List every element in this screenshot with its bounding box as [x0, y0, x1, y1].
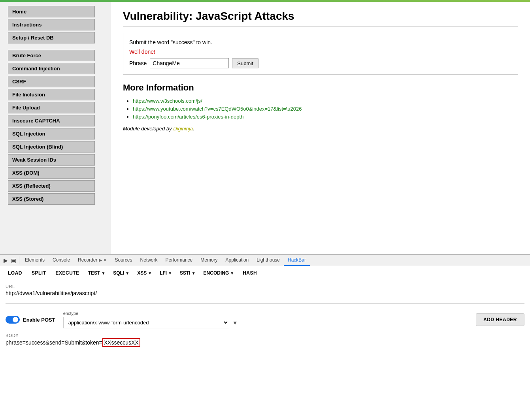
devtools-panel: ▶ ▣ ElementsConsoleRecorder ▶ ✕SourcesNe…	[0, 254, 530, 420]
hackbar-test-arrow: ▼	[101, 271, 105, 275]
hackbar-sqli[interactable]: SQLI▼	[110, 269, 132, 277]
enable-post-toggle[interactable]	[6, 316, 20, 324]
digininja-link[interactable]: Digininja	[173, 126, 193, 132]
module-credit: Module developed by Digininja.	[123, 126, 518, 132]
info-link[interactable]: https://www.youtube.com/watch?v=cs7EQdWO…	[133, 106, 302, 112]
info-links: https://www.w3schools.com/js/https://www…	[123, 98, 518, 120]
enable-post-container: Enable POST	[6, 316, 55, 324]
nav-instructions[interactable]: Instructions	[8, 19, 95, 30]
hackbar-split[interactable]: SPLIT	[28, 269, 50, 277]
body-label: Body	[6, 333, 524, 338]
page-title: Vulnerability: JavaScript Attacks	[123, 10, 518, 27]
enctype-section: enctype application/x-www-form-urlencode…	[63, 311, 238, 328]
nav-sql-injection[interactable]: SQL Injection	[8, 128, 95, 139]
hackbar-toolbar: LOADSPLITEXECUTETEST▼SQLI▼XSS▼LFI▼SSTI▼E…	[0, 266, 530, 280]
tab-lighthouse[interactable]: Lighthouse	[253, 255, 284, 266]
hackbar-body: URL http://dvwa1/vulnerabilities/javascr…	[0, 280, 530, 420]
phrase-row: Phrase Submit	[129, 58, 512, 68]
hackbar-xss[interactable]: XSS▼	[134, 269, 155, 277]
hackbar-encoding-arrow: ▼	[230, 271, 234, 275]
body-prefix: phrase=success&send=Submit&token=	[6, 339, 102, 346]
hackbar-test[interactable]: TEST▼	[85, 269, 109, 277]
hackbar-ssti-arrow: ▼	[192, 271, 196, 275]
phrase-input[interactable]	[150, 58, 229, 68]
nav-xss-dom[interactable]: XSS (DOM)	[8, 167, 95, 179]
hackbar-load[interactable]: LOAD	[4, 269, 26, 277]
nav-xss-stored[interactable]: XSS (Stored)	[8, 193, 95, 205]
tab-elements[interactable]: Elements	[21, 255, 49, 266]
enctype-row: application/x-www-form-urlencodedmultipa…	[63, 317, 238, 328]
body-value: phrase=success&send=Submit&token=XXssecc…	[6, 339, 524, 346]
recorder-close-icon[interactable]: ▶ ✕	[99, 258, 107, 263]
tab-application[interactable]: Application	[222, 255, 253, 266]
sidebar: HomeInstructionsSetup / Reset DBBrute Fo…	[0, 2, 111, 254]
devtools-tabs: ▶ ▣ ElementsConsoleRecorder ▶ ✕SourcesNe…	[0, 255, 530, 266]
tab-memory[interactable]: Memory	[196, 255, 221, 266]
add-header-button[interactable]: ADD HEADER	[476, 313, 524, 326]
url-label: URL	[6, 284, 524, 289]
hackbar-sqli-arrow: ▼	[125, 271, 129, 275]
nav-file-upload[interactable]: File Upload	[8, 102, 95, 113]
body-highlighted: XXsseccusXX	[102, 338, 140, 347]
nav-home[interactable]: Home	[8, 6, 95, 17]
body-section: Body phrase=success&send=Submit&token=XX…	[6, 333, 524, 346]
tabs-divider	[19, 256, 19, 264]
phrase-label: Phrase	[129, 60, 147, 66]
info-link[interactable]: https://ponyfoo.com/articles/es6-proxies…	[133, 114, 243, 120]
module-credit-text: Module developed by	[123, 126, 173, 132]
module-credit-dot: .	[193, 126, 194, 132]
enctype-label: enctype	[63, 311, 238, 316]
tab-console[interactable]: Console	[49, 255, 74, 266]
nav-csrf[interactable]: CSRF	[8, 76, 95, 87]
success-message: Well done!	[129, 49, 512, 55]
nav-setup[interactable]: Setup / Reset DB	[8, 32, 95, 43]
enable-post-label: Enable POST	[23, 317, 55, 323]
nav-sql-injection-blind[interactable]: SQL Injection (Blind)	[8, 141, 95, 153]
url-section: URL http://dvwa1/vulnerabilities/javascr…	[6, 284, 524, 296]
hackbar-ssti[interactable]: SSTI▼	[177, 269, 199, 277]
hackbar-encoding[interactable]: ENCODING▼	[200, 269, 238, 277]
tab-recorder[interactable]: Recorder ▶ ✕	[74, 255, 111, 266]
tab-performance[interactable]: Performance	[162, 255, 197, 266]
nav-brute-force[interactable]: Brute Force	[8, 50, 95, 61]
content-panel: Vulnerability: JavaScript Attacks Submit…	[111, 2, 530, 254]
hackbar-execute[interactable]: EXECUTE	[52, 269, 83, 277]
hackbar-hash[interactable]: HASH	[239, 269, 261, 277]
url-divider	[6, 303, 524, 304]
tab-sources[interactable]: Sources	[111, 255, 136, 266]
nav-command-injection[interactable]: Command Injection	[8, 63, 95, 74]
instruction-text: Submit the word "success" to win.	[129, 39, 512, 45]
hackbar-lfi-arrow: ▼	[168, 271, 172, 275]
tab-hackbar[interactable]: HackBar	[284, 255, 310, 266]
info-link[interactable]: https://www.w3schools.com/js/	[133, 98, 202, 104]
nav-weak-session-ids[interactable]: Weak Session IDs	[8, 154, 95, 166]
enctype-arrow: ▼	[232, 320, 238, 326]
tab-network[interactable]: Network	[136, 255, 162, 266]
challenge-box: Submit the word "success" to win. Well d…	[123, 33, 518, 75]
devtools-cursor-icon[interactable]: ▶	[2, 256, 9, 264]
devtools-inspect-icon[interactable]: ▣	[9, 256, 17, 264]
hackbar-lfi[interactable]: LFI▼	[157, 269, 175, 277]
nav-file-inclusion[interactable]: File Inclusion	[8, 89, 95, 100]
url-value: http://dvwa1/vulnerabilities/javascript/	[6, 290, 524, 296]
post-row: Enable POST enctype application/x-www-fo…	[6, 311, 524, 328]
hackbar-xss-arrow: ▼	[148, 271, 152, 275]
nav-xss-reflected[interactable]: XSS (Reflected)	[8, 180, 95, 192]
enctype-select[interactable]: application/x-www-form-urlencodedmultipa…	[63, 317, 229, 328]
nav-insecure-captcha[interactable]: Insecure CAPTCHA	[8, 115, 95, 126]
more-info-title: More Information	[123, 83, 518, 93]
submit-button[interactable]: Submit	[232, 58, 258, 68]
